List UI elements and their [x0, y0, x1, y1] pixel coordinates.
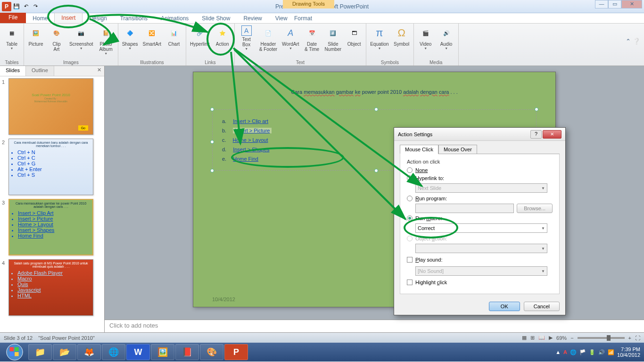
headerfooter-button[interactable]: 📄Header & Footer [257, 25, 279, 59]
review-tab[interactable]: Review [237, 14, 268, 23]
none-radio[interactable]: None [407, 167, 553, 173]
explorer2-task-icon[interactable]: 📂 [53, 344, 76, 360]
objectaction-combo: ▼ [415, 244, 547, 253]
hyperlink-combo[interactable]: Next Slide▼ [415, 183, 547, 193]
photoalbum-button[interactable]: 📔Photo Album▼ [96, 25, 116, 59]
view-normal-icon[interactable]: ▦ [522, 335, 527, 341]
wordart-button[interactable]: AWordArt▼ [280, 25, 301, 59]
program-path-input[interactable] [415, 204, 514, 213]
explorer-task-icon[interactable]: 📁 [28, 344, 52, 360]
video-button[interactable]: 🎬Video▼ [416, 25, 436, 59]
slides-panel-tab[interactable]: Slides [0, 66, 26, 76]
chrome-task-icon[interactable]: 🌐 [102, 344, 125, 360]
audio-button[interactable]: 🔊Audio▼ [437, 25, 456, 59]
tray-clock[interactable]: 7:39 PM10/4/2012 [617, 346, 642, 358]
minimize-button[interactable]: — [595, 0, 608, 8]
tray-volume-icon[interactable]: 🔊 [598, 349, 605, 355]
insert-tab[interactable]: Insert [54, 13, 83, 23]
object-button[interactable]: 🗔Object [344, 25, 364, 59]
quick-access-toolbar: P 💾 ↶ ↷ [0, 2, 40, 11]
zoom-in-icon[interactable]: + [628, 335, 631, 341]
action-legend: Action on click [407, 159, 553, 165]
symbol-button[interactable]: ΩSymbol [392, 25, 412, 59]
animations-tab[interactable]: Animations [154, 14, 195, 23]
system-tray: ▲ A 🌐 🏳️ 🔋 🔊 📶 7:39 PM10/4/2012 [555, 346, 642, 358]
images-group-label: Images [26, 59, 116, 66]
thumbnail-2[interactable]: 2Cara membuat dokumen baru adalah dengan… [2, 139, 102, 195]
hyperlink-radio[interactable]: Hyperlink to: [407, 175, 553, 181]
tray-av-icon[interactable]: A [563, 349, 567, 355]
svg-rect-4 [15, 352, 19, 356]
file-tab[interactable]: File [0, 13, 26, 23]
mouseover-tab[interactable]: Mouse Over [438, 145, 477, 154]
format-tab[interactable]: Format [288, 14, 319, 23]
zoom-fit-icon[interactable]: ⛶ [635, 335, 640, 341]
slideshow-tab[interactable]: Slide Show [195, 14, 237, 23]
browse-button[interactable]: Browse... [517, 204, 553, 213]
answer-a[interactable]: a.Insert > Clip art [222, 118, 527, 124]
zoom-out-icon[interactable]: − [570, 335, 573, 341]
maximize-button[interactable]: ▭ [608, 0, 621, 8]
tray-battery-icon[interactable]: 🔋 [589, 349, 595, 355]
runmacro-radio[interactable]: Run macro: [407, 215, 553, 221]
dialog-close-button[interactable]: ✕ [543, 130, 561, 139]
outline-panel-tab[interactable]: Outline [26, 66, 54, 76]
view-reading-icon[interactable]: 📖 [538, 335, 545, 341]
tray-wifi-icon[interactable]: 📶 [608, 349, 614, 355]
highlight-checkbox[interactable]: Highlight click [407, 280, 553, 285]
playsound-checkbox[interactable]: Play sound: [407, 257, 553, 263]
save-icon[interactable]: 💾 [12, 2, 21, 11]
slidenumber-button[interactable]: #️⃣Slide Number [323, 25, 344, 59]
ok-button[interactable]: OK [489, 302, 520, 311]
redo-icon[interactable]: ↷ [31, 2, 40, 11]
clipart-button[interactable]: 🎨Clip Art [47, 25, 66, 59]
zoom-slider[interactable] [578, 337, 625, 339]
transitions-tab[interactable]: Transitions [114, 14, 154, 23]
chart-button[interactable]: 📊Chart [164, 25, 184, 59]
zoom-level[interactable]: 69% [556, 335, 567, 341]
undo-icon[interactable]: ↶ [22, 2, 30, 11]
slide-counter: Slide 3 of 12 [4, 335, 33, 341]
picture-button[interactable]: 🖼️Picture [26, 25, 46, 59]
cancel-button[interactable]: Cancel [524, 302, 560, 311]
runprogram-radio[interactable]: Run program: [407, 196, 553, 201]
thumbnail-3[interactable]: 3Cara memasukkan gambar ke power Point 2… [2, 199, 102, 255]
folder-task-icon[interactable]: 📕 [175, 344, 199, 360]
start-button[interactable] [2, 343, 27, 361]
pictures-task-icon[interactable]: 🖼️ [151, 344, 174, 360]
word-task-icon[interactable]: W [126, 344, 150, 360]
equation-button[interactable]: πEquation▼ [368, 25, 390, 59]
mouseclick-tab[interactable]: Mouse Click [400, 145, 438, 154]
window-controls: — ▭ ✕ [595, 0, 642, 8]
notes-placeholder[interactable]: Click to add notes [105, 320, 644, 332]
tray-up-icon[interactable]: ▲ [555, 349, 561, 355]
macro-combo[interactable]: Correct▼ [415, 223, 547, 233]
firefox-task-icon[interactable]: 🦊 [77, 344, 101, 360]
paint-task-icon[interactable]: 🎨 [200, 344, 223, 360]
screenshot-button[interactable]: 📷Screenshot▼ [67, 25, 95, 59]
action-button[interactable]: ⭐Action [213, 25, 232, 59]
ribbon: ▦Table▼ Tables 🖼️Picture 🎨Clip Art 📷Scre… [0, 24, 644, 66]
view-sorter-icon[interactable]: ⊞ [530, 335, 535, 341]
thumbnail-1[interactable]: 1Soal Power Point 2010Created By : Muham… [2, 78, 102, 135]
smartart-button[interactable]: 🔀SmartArt [141, 25, 163, 59]
dialog-titlebar[interactable]: Action Settings ?✕ [394, 128, 565, 141]
thumbnail-4[interactable]: 4Salah satu program di MS Power Point 20… [2, 259, 102, 316]
hyperlink-button[interactable]: 🔗Hyperlink [188, 25, 212, 59]
close-button[interactable]: ✕ [621, 0, 642, 8]
tray-action-icon[interactable]: 🏳️ [579, 349, 586, 355]
shapes-button[interactable]: 🔷Shapes▼ [120, 25, 140, 59]
ribbon-collapse-icon[interactable]: ⌃ ❔ [626, 38, 640, 45]
datetime-button[interactable]: 📅Date & Time [302, 25, 322, 59]
view-slideshow-icon[interactable]: ▶ [549, 335, 553, 341]
home-tab[interactable]: Home [26, 14, 54, 23]
powerpoint-task-icon[interactable]: P [224, 344, 248, 360]
objectaction-radio: Object action: [407, 236, 553, 241]
table-button[interactable]: ▦Table▼ [2, 25, 22, 59]
svg-rect-3 [10, 352, 14, 356]
panel-close-icon[interactable]: ✕ [94, 66, 104, 76]
design-tab[interactable]: Design [83, 14, 113, 23]
dialog-help-button[interactable]: ? [530, 130, 542, 139]
textbox-button[interactable]: AText Box▼ [237, 25, 256, 59]
tray-network-icon[interactable]: 🌐 [570, 349, 577, 355]
